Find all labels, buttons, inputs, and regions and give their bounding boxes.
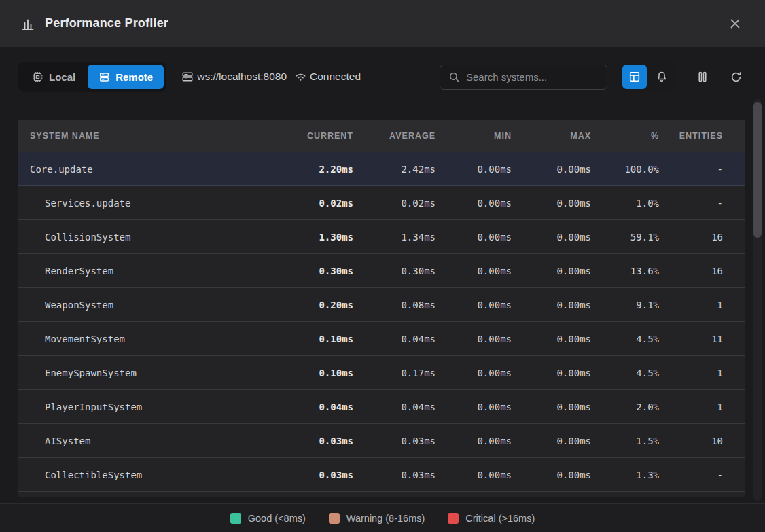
table-icon	[628, 71, 641, 83]
min-value: 0.00ms	[435, 469, 512, 480]
max-value: 0.00ms	[512, 164, 591, 175]
max-value: 0.00ms	[512, 232, 591, 243]
percent-value: 2.0%	[591, 402, 659, 412]
legend-swatch	[329, 513, 340, 524]
column-header-percent: %	[591, 131, 659, 141]
close-button[interactable]	[726, 14, 745, 33]
local-button[interactable]: Local	[21, 65, 86, 89]
system-name: MovementSystem	[30, 334, 125, 344]
ws-url: ws://localhost:8080	[181, 71, 287, 83]
server-icon	[99, 71, 110, 83]
current-value: 0.10ms	[275, 368, 353, 378]
average-value: 0.08ms	[353, 300, 435, 311]
percent-value: 13.6%	[591, 266, 659, 277]
average-value: 0.17ms	[353, 368, 435, 378]
column-header-system-name: SYSTEM NAME	[30, 131, 275, 141]
max-value: 0.00ms	[512, 198, 591, 209]
pause-button[interactable]	[693, 67, 712, 86]
system-name: WeaponSystem	[30, 300, 113, 311]
current-value: 0.10ms	[275, 334, 353, 344]
average-value: 0.04ms	[353, 334, 435, 344]
legend-swatch	[448, 513, 459, 524]
current-value: 0.02ms	[275, 198, 353, 209]
table-row[interactable]: CollisionSystem 1.30ms 1.34ms 0.00ms 0.0…	[18, 220, 745, 254]
table-view-button[interactable]	[622, 65, 647, 89]
percent-value: 1.3%	[591, 469, 659, 480]
legend-swatch	[230, 513, 241, 524]
system-name: EnemySpawnSystem	[30, 368, 137, 378]
table-row[interactable]: AISystem 0.03ms 0.03ms 0.00ms 0.00ms 1.5…	[18, 424, 745, 458]
local-button-label: Local	[49, 71, 75, 83]
connection-status: Connected	[295, 71, 361, 83]
percent-value: 1.0%	[591, 198, 659, 209]
refresh-button[interactable]	[727, 68, 745, 86]
legend-label: Critical (>16ms)	[465, 513, 535, 524]
table-row[interactable]: Core.update 2.20ms 2.42ms 0.00ms 0.00ms …	[18, 152, 745, 186]
table-row[interactable]: RenderSystem 0.30ms 0.30ms 0.00ms 0.00ms…	[18, 254, 745, 288]
min-value: 0.00ms	[435, 436, 512, 446]
percent-value: 4.5%	[591, 368, 659, 378]
table-row[interactable]: WeaponSystem 0.20ms 0.08ms 0.00ms 0.00ms…	[18, 288, 745, 322]
min-value: 0.00ms	[435, 232, 512, 243]
titlebar: Performance Profiler	[0, 0, 765, 48]
percent-value: 100.0%	[591, 164, 659, 175]
average-value: 0.04ms	[353, 402, 435, 412]
systems-table: SYSTEM NAME CURRENT AVERAGE MIN MAX % EN…	[18, 120, 745, 497]
scrollbar-thumb[interactable]	[753, 102, 762, 238]
refresh-icon	[730, 71, 743, 84]
max-value: 0.00ms	[512, 436, 591, 446]
max-value: 0.00ms	[512, 300, 591, 311]
min-value: 0.00ms	[435, 198, 512, 209]
search-input[interactable]	[466, 71, 601, 83]
percent-value: 9.1%	[591, 300, 659, 311]
min-value: 0.00ms	[435, 266, 512, 277]
column-header-min: MIN	[435, 131, 512, 141]
average-value: 1.34ms	[353, 232, 435, 243]
performance-profiler-window: Performance Profiler Local	[0, 0, 765, 532]
legend-item: Critical (>16ms)	[448, 513, 535, 524]
search-icon	[448, 71, 460, 83]
system-name: Core.update	[30, 164, 93, 175]
percent-value: 1.5%	[591, 436, 659, 446]
table-row[interactable]: EnemySpawnSystem 0.10ms 0.17ms 0.00ms 0.…	[18, 356, 745, 390]
min-value: 0.00ms	[435, 164, 512, 175]
legend-label: Good (<8ms)	[248, 513, 306, 524]
system-name: CollisionSystem	[30, 232, 130, 243]
server-icon	[181, 71, 194, 83]
percent-value: 59.1%	[591, 232, 659, 243]
table-row[interactable]: Services.update 0.02ms 0.02ms 0.00ms 0.0…	[18, 186, 745, 220]
average-value: 0.03ms	[353, 469, 435, 480]
toolbar: Local Remote	[18, 62, 747, 92]
current-value: 0.03ms	[275, 436, 353, 446]
column-header-entities: ENTITIES	[659, 131, 723, 141]
legend: Good (<8ms) Warning (8-16ms) Critical (>…	[0, 503, 765, 532]
entities-value: 1	[659, 402, 723, 412]
current-value: 1.30ms	[275, 232, 353, 243]
average-value: 0.02ms	[353, 198, 435, 209]
cpu-icon	[32, 71, 43, 83]
entities-value: 1	[659, 300, 723, 311]
min-value: 0.00ms	[435, 300, 512, 311]
table-header: SYSTEM NAME CURRENT AVERAGE MIN MAX % EN…	[18, 120, 745, 152]
search-box[interactable]	[440, 65, 607, 90]
min-value: 0.00ms	[435, 334, 512, 344]
average-value: 2.42ms	[353, 164, 435, 175]
current-value: 0.30ms	[275, 266, 353, 277]
table-row[interactable]: PlayerInputSystem 0.04ms 0.04ms 0.00ms 0…	[18, 390, 745, 424]
view-toggle	[620, 62, 677, 92]
max-value: 0.00ms	[512, 266, 591, 277]
system-name: PlayerInputSystem	[30, 402, 142, 412]
entities-value: 16	[659, 266, 723, 277]
close-icon	[728, 17, 742, 31]
legend-label: Warning (8-16ms)	[346, 513, 425, 524]
entities-value: -	[659, 198, 723, 209]
column-header-max: MAX	[512, 131, 591, 141]
alerts-button[interactable]	[650, 65, 674, 89]
remote-button[interactable]: Remote	[88, 65, 164, 89]
table-row[interactable]: CollectibleSystem 0.03ms 0.03ms 0.00ms 0…	[18, 458, 745, 492]
system-name: RenderSystem	[30, 266, 113, 277]
column-header-average: AVERAGE	[353, 131, 435, 141]
table-row[interactable]: MovementSystem 0.10ms 0.04ms 0.00ms 0.00…	[18, 322, 745, 356]
max-value: 0.00ms	[512, 368, 591, 378]
max-value: 0.00ms	[512, 469, 591, 480]
